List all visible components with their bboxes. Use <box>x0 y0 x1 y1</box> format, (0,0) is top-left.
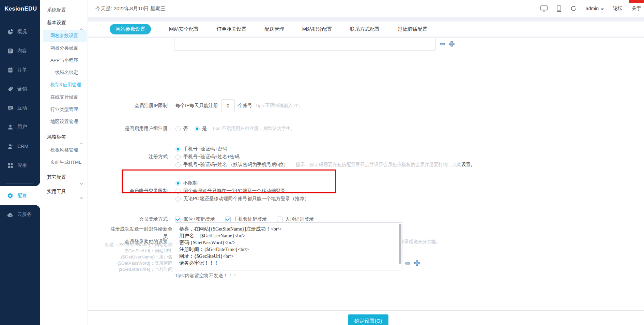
tab-profanity-filter[interactable]: 过滤脏话配置 <box>398 26 427 32</box>
checkbox-label: 人脸识别登录 <box>285 216 314 222</box>
submenu-group-basic[interactable]: 基本设置 <box>40 15 88 30</box>
admin-menu[interactable]: admin <box>586 6 604 11</box>
sidebar-item-label: 内容 <box>17 48 27 54</box>
radio-label: 不限制 <box>183 180 198 186</box>
forum-link[interactable]: 论坛 <box>613 5 623 12</box>
remove-icon[interactable] <box>440 42 445 48</box>
radio-single-place[interactable] <box>175 196 181 202</box>
clipped-text-input[interactable] <box>174 38 436 51</box>
submenu-item-model-app[interactable]: 模型&应用管理 <box>40 79 88 91</box>
orders-icon <box>7 67 13 73</box>
sidebar-item-apps[interactable]: 应用 <box>0 159 40 172</box>
sidebar-item-cloud[interactable]: 云服务 <box>0 208 40 221</box>
checkbox-label: 账号+密码登录 <box>184 216 215 222</box>
field-label: 是否启用用户组注册： <box>88 125 172 132</box>
chat-icon <box>7 105 13 111</box>
remove-icon[interactable] <box>405 261 411 267</box>
field-text: 个账号 <box>238 103 252 109</box>
field-label: 会员登录方式： <box>88 216 172 222</box>
sidebar-divider <box>6 183 33 184</box>
today-date: 今天是: 2022年8月10日 星期三 <box>95 0 166 17</box>
about-link[interactable]: 关于 <box>632 5 641 12</box>
footer-divider <box>88 310 644 311</box>
submenu-item-online-pay[interactable]: 在线支付设置 <box>40 91 88 103</box>
add-icon[interactable] <box>414 260 420 267</box>
submenu-item-school-category[interactable]: 网校分类设置 <box>40 42 88 54</box>
row-ip-limit: 会员注册IP限制： 每个IP每天只能注册 0 个账号 Tips:不限制请输入"0… <box>88 99 644 113</box>
sidebar-item-label: 应用 <box>17 162 27 168</box>
submenu-group-label: 其它配置 <box>47 174 66 180</box>
sidebar-item-label: 订单 <box>17 67 27 73</box>
radio-label: 是 <box>202 125 207 132</box>
sidebar-item-label: 配置 <box>17 193 27 199</box>
email-content-textarea[interactable]: 恭喜，在网站[{$GetSiteName}]注册成功！<br/> 用户名：{$G… <box>175 222 402 270</box>
tab-site-security[interactable]: 网站安全配置 <box>169 26 199 32</box>
tab-order-settings[interactable]: 订单相关设置 <box>217 26 246 32</box>
gear-icon <box>7 193 13 199</box>
admin-username: admin <box>586 6 599 11</box>
submenu-group-label: 实用工具 <box>47 189 66 194</box>
email-tips: Tips:内容留空将不发送！！！ <box>175 273 237 279</box>
tab-delivery[interactable]: 配送管理 <box>264 26 284 32</box>
submenu-item-subdomain[interactable]: 二级域名绑定 <box>40 67 88 79</box>
sidebar-lower-block: 云服务 <box>0 205 40 325</box>
email-label-block: 注册成功发送一封邮件给新会 员： 标签：{$GetSiteName}：网站名称 … <box>88 225 172 272</box>
submenu-group-tools[interactable]: 实用工具 <box>40 184 88 198</box>
add-icon[interactable] <box>449 41 455 48</box>
settings-link[interactable]: 设置。 <box>461 162 475 167</box>
checkbox-account-password[interactable] <box>175 217 181 222</box>
radio-one-pc-one-mobile[interactable] <box>175 189 181 194</box>
refresh-icon[interactable] <box>570 5 577 12</box>
tab-site-params[interactable]: 网站参数设置 <box>110 24 151 34</box>
mobile-icon[interactable] <box>557 5 561 12</box>
radio-phone-code-name-pass[interactable] <box>175 154 181 160</box>
tab-site-points[interactable]: 网站积分配置 <box>302 26 332 32</box>
apps-grid-icon <box>7 162 13 168</box>
sidebar-item-overview[interactable]: 概况 <box>0 25 40 39</box>
sidebar-item-users[interactable]: 用户 <box>0 120 40 134</box>
sidebar-item-content[interactable]: 内容 <box>0 44 40 58</box>
user-icon <box>7 124 13 130</box>
app-sidebar: KesionEDU 概况 内容 订单 营销 互动 用户 CRM <box>0 0 40 325</box>
submenu-item-industry-type[interactable]: 行业类型管理 <box>40 103 88 116</box>
radio-phone-code-pass[interactable] <box>175 147 181 152</box>
submenu-group-style[interactable]: 风格标签 <box>40 130 88 144</box>
field-tips: 提示：验证码需要在短信配置里开启并设置会员短信模板的会员注册要打钩，点此设置。 <box>296 162 475 168</box>
sidebar-item-config-active[interactable]: 配置 <box>0 188 40 203</box>
submenu-title: 系统配置 <box>40 0 88 15</box>
submenu-item-app-miniprogram[interactable]: APP与小程序 <box>40 54 88 67</box>
checkbox-face-recognition[interactable] <box>277 217 282 222</box>
sidebar-upper-block: KesionEDU 概况 内容 订单 营销 互动 用户 CRM <box>0 0 40 186</box>
field-label: 员： <box>88 233 172 240</box>
sidebar-item-crm[interactable]: CRM <box>0 139 40 153</box>
radio-no[interactable] <box>175 126 181 131</box>
sidebar-item-label: 用户 <box>17 124 27 130</box>
radio-no-limit[interactable] <box>175 181 181 186</box>
submenu-item-generate-html[interactable]: 页面生成HTML <box>40 156 88 168</box>
field-label: 会员注册IP限制： <box>88 103 172 109</box>
settings-form-card: 会员注册IP限制： 每个IP每天只能注册 0 个账号 Tips:不限制请输入"0… <box>88 38 644 325</box>
radio-yes[interactable] <box>195 126 200 131</box>
confirm-settings-button[interactable]: 确定设置(O) <box>348 314 388 325</box>
sidebar-item-orders[interactable]: 订单 <box>0 63 40 77</box>
caret-down-icon <box>601 6 604 11</box>
ip-limit-input[interactable]: 0 <box>221 99 235 112</box>
tab-contact[interactable]: 联系方式配置 <box>350 26 380 32</box>
chevron-down-icon <box>80 190 83 205</box>
marketing-tag-icon <box>7 86 13 92</box>
email-tag-hints: 标签：{$GetSiteName}：网站名称 {$GetSiteUrl}：网站U… <box>88 242 172 272</box>
radio-phone-code-name[interactable] <box>175 162 181 167</box>
row-login-limit: 会员帐号登录限制： 不限制 同个会员账号只能在一个PC端及一个移动端登录 无论P… <box>88 179 644 203</box>
checkbox-phone-code[interactable] <box>225 217 231 222</box>
radio-label: 否 <box>183 125 188 132</box>
desktop-icon[interactable] <box>540 5 548 12</box>
textarea-scrollbar[interactable] <box>399 224 401 264</box>
submenu-group-other[interactable]: 其它配置 <box>40 170 88 184</box>
sidebar-item-marketing[interactable]: 营销 <box>0 82 40 96</box>
radio-label: 手机号+验证码+密码 <box>183 146 227 152</box>
submenu-item-region[interactable]: 地区设置管理 <box>40 116 88 128</box>
sidebar-item-label: 云服务 <box>17 211 32 218</box>
field-text: 每个IP每天只能注册 <box>175 103 218 109</box>
field-label: 注册成功发送一封邮件给新会 <box>88 225 172 233</box>
sidebar-item-interaction[interactable]: 互动 <box>0 101 40 115</box>
